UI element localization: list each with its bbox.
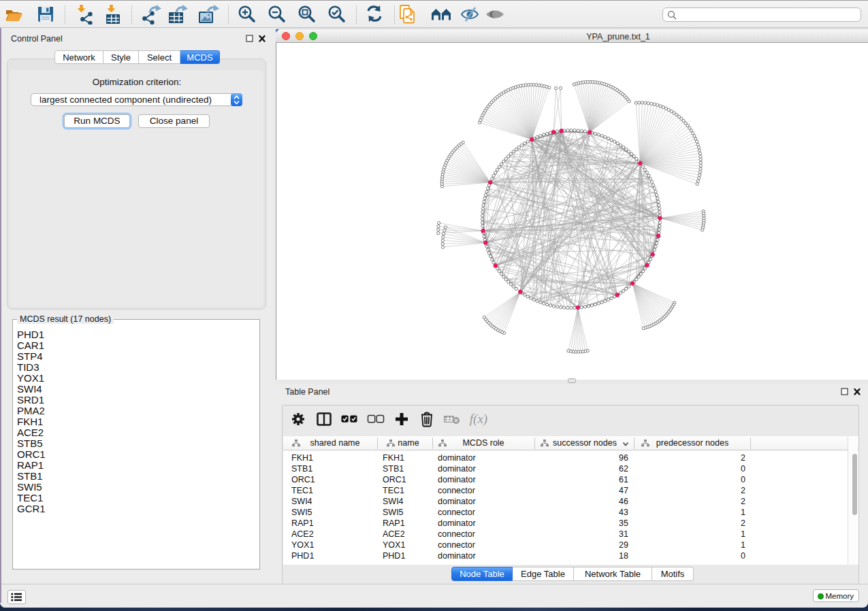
svg-text:f(x): f(x) [470, 412, 487, 427]
